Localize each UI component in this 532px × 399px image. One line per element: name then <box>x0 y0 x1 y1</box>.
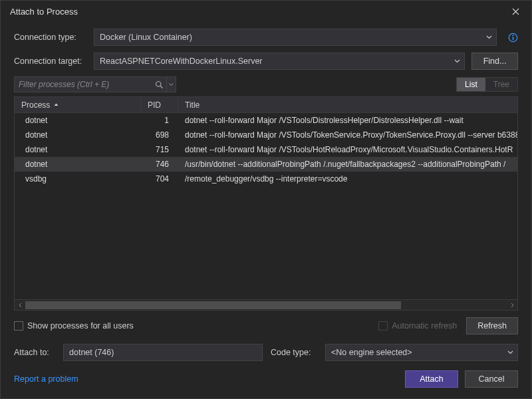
table-row[interactable]: dotnet1dotnet --roll-forward Major /VSTo… <box>15 113 517 128</box>
svg-rect-2 <box>512 37 513 40</box>
cell-process: dotnet <box>15 157 141 172</box>
connection-target-combo[interactable]: ReactASPNETCoreWithDockerLinux.Server <box>94 53 465 70</box>
code-type-combo[interactable]: <No engine selected> <box>325 344 518 361</box>
cell-pid: 1 <box>141 113 178 128</box>
connection-type-combo[interactable]: Docker (Linux Container) <box>94 29 497 46</box>
cell-process: dotnet <box>15 142 141 157</box>
scroll-right-icon[interactable] <box>507 300 517 311</box>
scroll-thumb[interactable] <box>25 301 401 309</box>
table-row[interactable]: dotnet698dotnet --roll-forward Major /VS… <box>15 128 517 142</box>
view-tree-toggle[interactable]: Tree <box>485 78 517 91</box>
cell-title: dotnet --roll-forward Major /VSTools/Dis… <box>178 113 517 128</box>
cell-pid: 715 <box>141 142 178 157</box>
table-row[interactable]: dotnet746/usr/bin/dotnet --additionalPro… <box>15 157 517 172</box>
chevron-down-icon <box>486 35 492 39</box>
view-list-toggle[interactable]: List <box>457 78 485 91</box>
code-type-label: Code type: <box>271 348 317 357</box>
automatic-refresh-checkbox: Automatic refresh <box>378 321 457 331</box>
table-row[interactable]: dotnet715dotnet --roll-forward Major /VS… <box>15 142 517 157</box>
header-title[interactable]: Title <box>178 97 517 112</box>
table-header: Process PID Title <box>15 97 517 113</box>
cell-process: dotnet <box>15 113 141 128</box>
attach-to-label: Attach to: <box>14 348 55 357</box>
scroll-left-icon[interactable] <box>15 300 25 311</box>
attach-to-process-dialog: Attach to Process Connection type: Docke… <box>0 0 532 399</box>
svg-point-1 <box>512 35 513 36</box>
chevron-down-icon <box>507 350 513 354</box>
connection-target-value: ReactASPNETCoreWithDockerLinux.Server <box>100 57 263 66</box>
cell-pid: 698 <box>141 128 178 142</box>
process-table: Process PID Title dotnet1dotnet --roll-f… <box>14 96 518 311</box>
cancel-button[interactable]: Cancel <box>465 370 518 388</box>
table-body: dotnet1dotnet --roll-forward Major /VSTo… <box>15 113 517 299</box>
filter-box <box>14 76 176 92</box>
close-icon <box>512 8 519 15</box>
cell-title: dotnet --roll-forward Major /VSTools/Hot… <box>178 142 517 157</box>
close-button[interactable] <box>505 1 526 22</box>
connection-type-value: Docker (Linux Container) <box>100 33 192 42</box>
show-all-users-checkbox[interactable]: Show processes for all users <box>14 321 134 331</box>
attach-button[interactable]: Attach <box>405 370 458 388</box>
svg-point-3 <box>156 81 160 86</box>
find-button[interactable]: Find... <box>471 53 518 70</box>
titlebar: Attach to Process <box>1 1 531 22</box>
cell-pid: 746 <box>141 157 178 172</box>
sort-asc-icon <box>54 103 59 106</box>
filter-input[interactable] <box>15 80 152 89</box>
report-problem-link[interactable]: Report a problem <box>14 374 78 384</box>
checkbox-icon <box>14 321 23 331</box>
connection-type-label: Connection type: <box>14 33 87 42</box>
header-process[interactable]: Process <box>15 97 141 112</box>
info-icon[interactable] <box>507 32 518 43</box>
cell-title: /remote_debugger/vsdbg --interpreter=vsc… <box>178 172 517 186</box>
connection-target-label: Connection target: <box>14 57 87 66</box>
view-toggle: List Tree <box>456 77 518 92</box>
cell-pid: 704 <box>141 172 178 186</box>
search-icon[interactable] <box>152 80 166 89</box>
attach-to-field[interactable]: dotnet (746) <box>63 344 263 361</box>
refresh-button[interactable]: Refresh <box>466 317 518 334</box>
cell-process: dotnet <box>15 128 141 142</box>
cell-title: dotnet --roll-forward Major /VSTools/Tok… <box>178 128 517 142</box>
cell-title: /usr/bin/dotnet --additionalProbingPath … <box>178 157 517 172</box>
filter-dropdown[interactable] <box>166 77 176 92</box>
horizontal-scrollbar[interactable] <box>15 299 517 310</box>
scroll-track[interactable] <box>25 301 507 309</box>
window-title: Attach to Process <box>10 7 505 17</box>
table-row[interactable]: vsdbg704/remote_debugger/vsdbg --interpr… <box>15 172 517 186</box>
cell-process: vsdbg <box>15 172 141 186</box>
header-pid[interactable]: PID <box>141 97 178 112</box>
checkbox-icon <box>378 321 388 331</box>
chevron-down-icon <box>454 59 460 63</box>
